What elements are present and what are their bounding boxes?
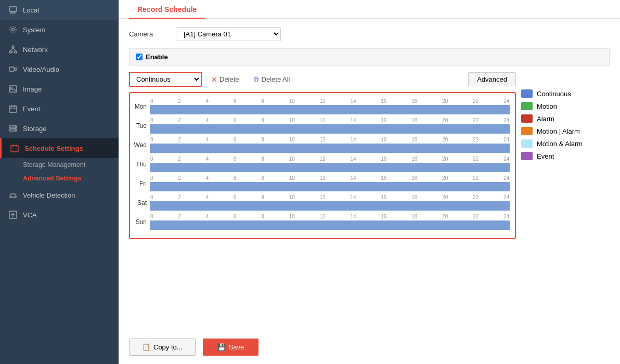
type-select[interactable]: ContinuousMotionAlarmMotion | AlarmMotio… [129,72,202,87]
bar-track[interactable] [150,182,510,191]
sidebar-item-storage-management[interactable]: Storage Management [0,158,119,172]
sidebar-item-label: Video/Audio [23,66,59,73]
copy-to-button[interactable]: 📋 Copy to... [129,339,196,356]
sidebar-item-system[interactable]: System [0,20,119,40]
day-label: Tue [132,122,150,129]
delete-label: Delete [219,75,239,83]
sidebar-item-video-audio[interactable]: Video/Audio [0,59,119,79]
timeline-col[interactable]: 024681012141618202224 [150,118,510,134]
camera-row: Camera [A1] Camera 01[A2] Camera 02[A3] … [129,27,610,41]
timeline-col[interactable]: 024681012141618202224 [150,98,510,114]
sidebar-item-label: Vehicle Detection [23,191,75,199]
sidebar-item-event[interactable]: Event [0,99,119,119]
svg-line-9 [13,48,16,51]
main-layout: ContinuousMotionAlarmMotion | AlarmMotio… [129,72,610,248]
day-label: Sat [132,199,150,206]
legend-label: Motion & Alarm [537,140,583,148]
sidebar-item-label: Storage [23,125,47,133]
tab-bar: Record Schedule [119,0,620,19]
legend-color-swatch [521,102,533,110]
content-area: Camera [A1] Camera 01[A2] Camera 02[A3] … [119,19,620,332]
sidebar-item-image[interactable]: Image [0,79,119,99]
bar-track[interactable] [150,201,510,211]
svg-rect-22 [11,146,18,152]
timeline-col[interactable]: 024681012141618202224 [150,175,510,191]
legend-label: Alarm [537,115,554,123]
legend-item: Continuous [521,89,604,98]
copy-label: Copy to... [153,343,183,351]
delete-x-icon: ✕ [211,75,217,84]
camera-label: Camera [129,30,171,38]
day-label: Fri [132,180,150,187]
video-icon [8,64,18,74]
legend-color-swatch [521,127,533,135]
copy-icon: 📋 [142,343,150,351]
advanced-button[interactable]: Advanced [468,72,516,86]
sidebar-item-schedule-settings[interactable]: Schedule Settings [0,138,119,158]
sidebar-item-storage[interactable]: Storage [0,119,119,138]
timeline-col[interactable]: 024681012141618202224 [150,137,510,153]
save-icon: 💾 [217,343,226,351]
svg-point-20 [15,126,16,127]
bar-track[interactable] [150,144,510,153]
sidebar-item-label: Network [23,46,48,54]
enable-row: Enable [129,48,610,66]
monitor-icon [8,5,18,15]
sidebar-item-network[interactable]: Network [0,40,119,59]
enable-label: Enable [146,53,168,61]
bar-track[interactable] [150,105,510,114]
image-icon [8,84,18,94]
sidebar-item-label: Schedule Settings [24,145,83,152]
timeline-col[interactable]: 024681012141618202224 [150,194,510,211]
sidebar-item-vca[interactable]: VCA [0,205,119,225]
sidebar-item-label: Local [23,6,39,14]
sidebar-item-local[interactable]: Local [0,0,119,20]
day-label: Thu [132,161,150,168]
schedule-grid: Mon024681012141618202224Tue0246810121416… [129,92,516,239]
event-icon [8,104,18,113]
timeline-col[interactable]: 024681012141618202224 [150,214,510,230]
bar-fill [150,220,510,230]
schedule-row-thu: Thu024681012141618202224 [132,156,510,172]
trash-icon: 🗑 [253,75,260,83]
time-ticks: 024681012141618202224 [150,98,510,104]
bar-track[interactable] [150,220,510,230]
save-label: Save [229,343,244,351]
delete-button[interactable]: ✕ Delete [207,73,243,86]
main-content: Record Schedule Camera [A1] Camera 01[A2… [119,0,620,364]
timeline-col[interactable]: 024681012141618202224 [150,156,510,172]
schedule-wrap: ContinuousMotionAlarmMotion | AlarmMotio… [129,72,516,248]
svg-line-8 [10,48,13,51]
bar-fill [150,105,510,114]
tab-label: Record Schedule [137,5,197,14]
schedule-row-sat: Sat024681012141618202224 [132,194,510,211]
schedule-row-sun: Sun024681012141618202224 [132,214,510,230]
sidebar-item-label: System [23,26,45,34]
day-label: Sun [132,218,150,226]
time-ticks: 024681012141618202224 [150,194,510,200]
legend-item: Alarm [521,114,604,123]
svg-rect-12 [9,86,17,92]
gear-icon [8,25,18,34]
tab-record-schedule[interactable]: Record Schedule [129,0,205,19]
car-icon [8,190,18,200]
advanced-label: Advanced [477,75,507,83]
legend-color-swatch [521,89,533,98]
svg-rect-0 [9,7,17,11]
delete-all-button[interactable]: 🗑 Delete All [249,73,294,85]
bar-track[interactable] [150,163,510,172]
svg-rect-11 [9,67,14,71]
enable-checkbox[interactable] [136,54,143,60]
sidebar-item-vehicle-detection[interactable]: Vehicle Detection [0,185,119,205]
storage-icon [8,124,18,133]
time-ticks: 024681012141618202224 [150,137,510,142]
time-ticks: 024681012141618202224 [150,156,510,162]
legend-label: Event [537,152,554,160]
legend-panel: ContinuousMotionAlarmMotion | AlarmMotio… [516,72,610,248]
camera-select[interactable]: [A1] Camera 01[A2] Camera 02[A3] Camera … [177,27,281,41]
schedule-icon [10,144,19,153]
save-button[interactable]: 💾 Save [203,339,259,356]
bar-fill [150,144,510,153]
sidebar-item-advanced-settings[interactable]: Advanced Settings [0,172,119,185]
bar-track[interactable] [150,124,510,134]
